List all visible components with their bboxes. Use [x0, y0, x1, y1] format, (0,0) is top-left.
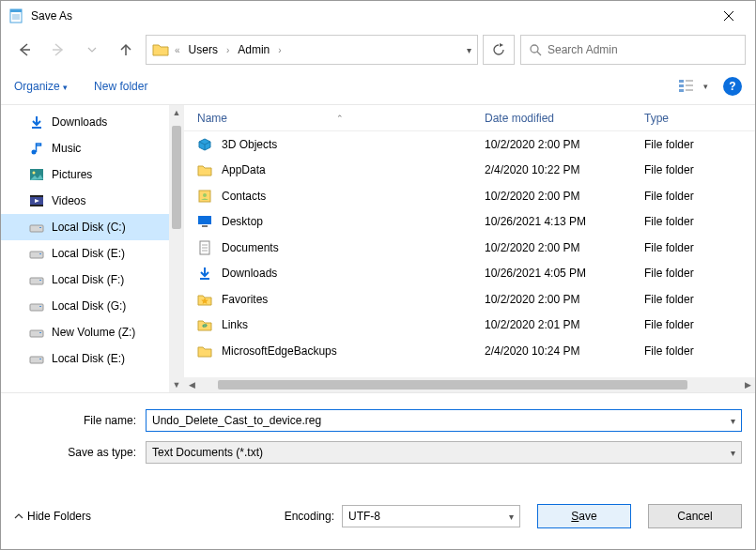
download-icon — [197, 266, 212, 281]
help-button[interactable]: ? — [723, 77, 742, 96]
file-name: Favorites — [222, 293, 268, 306]
view-menu[interactable]: ▾ — [674, 75, 712, 98]
svg-rect-14 — [679, 89, 684, 92]
save-button[interactable]: Save — [537, 504, 631, 528]
disk-icon — [29, 298, 44, 313]
file-date: 10/2/2020 2:00 PM — [485, 190, 644, 203]
chevron-down-icon[interactable]: ▾ — [467, 45, 471, 55]
tree-item[interactable]: Videos — [1, 188, 184, 214]
up-button[interactable] — [112, 36, 140, 64]
scroll-up-icon[interactable]: ▲ — [169, 105, 184, 120]
hide-folders-toggle[interactable]: Hide Folders — [14, 510, 91, 523]
tree-item-label: Videos — [52, 194, 85, 207]
search-icon — [529, 43, 542, 56]
tree-item[interactable]: Local Disk (F:) — [1, 267, 184, 293]
tree-item-label: New Volume (Z:) — [52, 326, 135, 339]
chevron-up-icon — [14, 512, 23, 521]
scroll-left-icon[interactable]: ◀ — [184, 380, 199, 390]
chevron-down-icon[interactable]: ▾ — [509, 512, 514, 522]
refresh-button[interactable] — [483, 35, 515, 65]
svg-line-11 — [537, 52, 541, 55]
file-row[interactable]: Downloads10/26/2021 4:05 PMFile folder — [184, 261, 755, 287]
tree-item-label: Local Disk (F:) — [52, 273, 124, 286]
col-type-header[interactable]: Type — [644, 112, 755, 125]
organize-menu[interactable]: Organize ▾ — [14, 80, 68, 93]
search-input[interactable]: Search Admin — [520, 35, 746, 65]
main-pane: DownloadsMusicPicturesVideosLocal Disk (… — [1, 104, 755, 393]
help-icon: ? — [729, 80, 735, 93]
tree-scrollbar[interactable]: ▲ ▼ — [169, 105, 184, 392]
breadcrumb-item[interactable]: Admin — [235, 43, 272, 56]
scroll-down-icon[interactable]: ▼ — [169, 377, 184, 392]
encoding-label: Encoding: — [285, 510, 334, 523]
tree-item[interactable]: Local Disk (E:) — [1, 345, 184, 372]
saveastype-select[interactable]: Text Documents (*.txt) ▾ — [146, 441, 742, 464]
chevron-down-icon[interactable]: ▾ — [731, 448, 735, 458]
encoding-value: UTF-8 — [348, 510, 380, 523]
file-date: 10/26/2021 4:13 PM — [485, 215, 644, 228]
search-placeholder: Search Admin — [548, 43, 618, 56]
file-type: File folder — [644, 293, 755, 306]
col-date-header[interactable]: Date modified — [485, 112, 644, 125]
scroll-right-icon[interactable]: ▶ — [740, 380, 755, 390]
svg-rect-40 — [202, 225, 208, 227]
tree-item-label: Local Disk (E:) — [52, 352, 125, 365]
tree-item[interactable]: Local Disk (E:) — [1, 240, 184, 267]
svg-rect-33 — [30, 330, 43, 337]
arrow-up-icon — [118, 42, 133, 57]
filename-row: File name: Undo_Delete_Cast_to_device.re… — [1, 406, 755, 435]
save-label: Save — [571, 510, 596, 523]
file-name: MicrosoftEdgeBackups — [222, 344, 337, 358]
chevron-down-icon: ▾ — [703, 82, 708, 91]
folder-icon — [197, 162, 212, 177]
list-hscrollbar[interactable]: ◀ ▶ — [184, 377, 755, 392]
file-date: 10/26/2021 4:05 PM — [485, 267, 644, 280]
tree-item[interactable]: New Volume (Z:) — [1, 319, 184, 345]
file-date: 2/4/2020 10:24 PM — [485, 344, 644, 358]
recent-dropdown[interactable] — [78, 36, 106, 64]
tree-item[interactable]: Music — [1, 135, 184, 161]
back-button[interactable] — [10, 36, 39, 64]
forward-button[interactable] — [44, 36, 72, 64]
title-bar: Save As — [1, 1, 755, 31]
tree-item[interactable]: Downloads — [1, 109, 184, 135]
chevron-down-icon[interactable]: ▾ — [731, 416, 735, 426]
scroll-thumb[interactable] — [172, 126, 181, 229]
breadcrumb-item[interactable]: Users — [186, 43, 221, 56]
new-folder-button[interactable]: New folder — [94, 80, 147, 93]
col-name-header[interactable]: Name⌃ — [184, 112, 485, 125]
scroll-thumb[interactable] — [218, 380, 687, 390]
file-row[interactable]: MicrosoftEdgeBackups2/4/2020 10:24 PMFil… — [184, 338, 755, 364]
tree-item[interactable]: Pictures — [1, 161, 184, 188]
cancel-button[interactable]: Cancel — [648, 504, 742, 528]
notepad-icon — [8, 8, 23, 23]
file-row[interactable]: Contacts10/2/2020 2:00 PMFile folder — [184, 183, 755, 209]
file-row[interactable]: Favorites10/2/2020 2:00 PMFile folder — [184, 286, 755, 313]
file-row[interactable]: Desktop10/26/2021 4:13 PMFile folder — [184, 209, 755, 236]
file-row[interactable]: AppData2/4/2020 10:22 PMFile folder — [184, 158, 755, 184]
svg-rect-29 — [30, 278, 43, 284]
column-headers: Name⌃ Date modified Type — [184, 105, 755, 131]
view-icon — [679, 79, 700, 94]
music-icon — [29, 141, 44, 156]
encoding-select[interactable]: UTF-8 ▾ — [342, 505, 520, 527]
filename-input[interactable]: Undo_Delete_Cast_to_device.reg ▾ — [146, 409, 742, 432]
tree-item[interactable]: Local Disk (C:) — [1, 214, 184, 240]
documents-icon — [197, 240, 212, 255]
tree-item-label: Music — [52, 142, 81, 155]
svg-rect-25 — [30, 225, 43, 232]
folder-icon — [197, 344, 212, 359]
svg-rect-23 — [30, 195, 43, 197]
address-bar[interactable]: « Users › Admin › ▾ — [146, 35, 478, 65]
disk-icon — [29, 220, 44, 235]
tree-item[interactable]: Local Disk (G:) — [1, 293, 184, 319]
file-name: Links — [222, 318, 248, 331]
file-name: Downloads — [222, 267, 277, 280]
file-row[interactable]: Documents10/2/2020 2:00 PMFile folder — [184, 235, 755, 261]
arrow-left-icon — [17, 42, 32, 57]
svg-rect-13 — [679, 84, 684, 87]
file-row[interactable]: 3D Objects10/2/2020 2:00 PMFile folder — [184, 131, 755, 158]
close-button[interactable] — [710, 1, 748, 31]
videos-icon — [29, 193, 44, 208]
file-row[interactable]: Links10/2/2020 2:01 PMFile folder — [184, 313, 755, 339]
